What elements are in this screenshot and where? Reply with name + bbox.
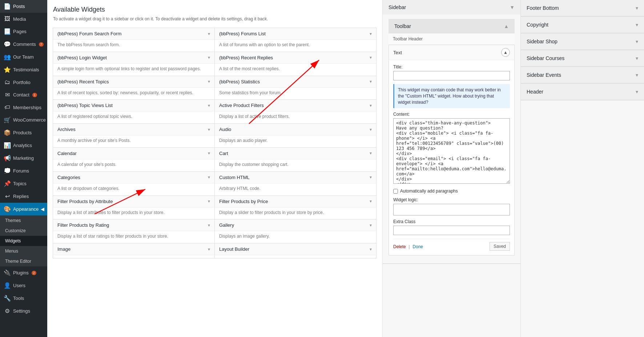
widget-header-w13[interactable]: Categories ▾ bbox=[53, 172, 214, 183]
widget-header-w19[interactable]: Image ▾ bbox=[53, 243, 214, 255]
nav-item-marketing[interactable]: 📢Marketing bbox=[0, 152, 47, 164]
right-area-header-sidebar-shop[interactable]: Sidebar Shop ▾ bbox=[521, 33, 644, 50]
widget-item-w17: Filter Products by Rating ▾ Display a li… bbox=[53, 219, 215, 243]
right-area-copyright: Copyright ▾ bbox=[521, 17, 644, 33]
widgets-panel: Available Widgets To activate a widget d… bbox=[47, 0, 382, 337]
widget-header-w17[interactable]: Filter Products by Rating ▾ bbox=[53, 219, 214, 231]
content-textarea[interactable] bbox=[393, 118, 510, 184]
done-link[interactable]: Done bbox=[412, 244, 423, 249]
widget-up-button[interactable]: ▲ bbox=[501, 48, 510, 57]
nav-item-forums[interactable]: 💭Forums bbox=[0, 164, 47, 177]
widget-title-w7: (bbPress) Topic Views List bbox=[57, 103, 113, 108]
nav-label: Testimonials bbox=[13, 67, 39, 72]
saved-button: Saved bbox=[490, 242, 510, 251]
widget-logic-input[interactable] bbox=[393, 204, 510, 215]
right-area-header-footer-bottom[interactable]: Footer Bottom ▾ bbox=[521, 0, 644, 16]
widget-chevron-w1: ▾ bbox=[208, 31, 210, 36]
nav-sub-themes[interactable]: Themes bbox=[0, 215, 47, 226]
widget-item-w5: (bbPress) Recent Topics ▾ A list of rece… bbox=[53, 76, 215, 100]
widget-header-w12[interactable]: Cart ▾ bbox=[215, 148, 376, 159]
widget-chevron-w2: ▾ bbox=[370, 31, 372, 36]
widget-item-w10: Audio ▾ Displays an audio player. bbox=[214, 123, 377, 148]
widget-header-w5[interactable]: (bbPress) Recent Topics ▾ bbox=[53, 76, 214, 88]
nav-item-contact[interactable]: ✉Contact1 bbox=[0, 88, 47, 101]
widget-header-w18[interactable]: Gallery ▾ bbox=[215, 219, 376, 231]
nav-label: Products bbox=[13, 130, 32, 135]
widget-title-w11: Calendar bbox=[57, 151, 77, 156]
widget-header-w16[interactable]: Filter Products by Price ▾ bbox=[215, 196, 376, 207]
nav-sub-widgets[interactable]: Widgets bbox=[0, 236, 47, 246]
widget-header-w4[interactable]: (bbPress) Recent Replies ▾ bbox=[215, 52, 376, 64]
products-icon: 📦 bbox=[4, 129, 11, 136]
widget-header-w15[interactable]: Filter Products by Attribute ▾ bbox=[53, 196, 214, 207]
widget-chevron-w12: ▾ bbox=[370, 151, 372, 156]
widget-chevron-w9: ▾ bbox=[208, 127, 210, 132]
right-area-header-copyright[interactable]: Copyright ▾ bbox=[521, 17, 644, 33]
nav-item-memberships[interactable]: 🏷Memberships bbox=[0, 101, 47, 114]
widget-title-w3: (bbPress) Login Widget bbox=[57, 55, 107, 60]
widget-header-w14[interactable]: Custom HTML ▾ bbox=[215, 172, 376, 183]
widget-item-w20: Layout Builder ▾ bbox=[214, 243, 377, 258]
nav-item-users[interactable]: 👤Users bbox=[0, 279, 47, 292]
nav-item-our-team[interactable]: 👥Our Team bbox=[0, 51, 47, 63]
right-area-label-sidebar-shop: Sidebar Shop bbox=[527, 39, 558, 44]
nav-item-woocommerce[interactable]: 🛒WooCommerce bbox=[0, 114, 47, 126]
right-area-header-header[interactable]: Header ▾ bbox=[521, 84, 644, 100]
posts-icon: 📄 bbox=[4, 3, 11, 10]
right-area-label-footer-bottom: Footer Bottom bbox=[527, 5, 559, 11]
title-input[interactable] bbox=[393, 71, 510, 80]
nav-item-topics[interactable]: 📌Topics bbox=[0, 177, 47, 190]
toolbar-area-header[interactable]: Toolbar ▲ bbox=[389, 19, 515, 33]
widget-header-w6[interactable]: (bbPress) Statistics ▾ bbox=[215, 76, 376, 88]
nav-label: Memberships bbox=[13, 105, 41, 110]
nav-item-analytics[interactable]: 📊Analytics bbox=[0, 139, 47, 152]
widget-header-w20[interactable]: Layout Builder ▾ bbox=[215, 243, 376, 255]
nav-item-replies[interactable]: ↩Replies bbox=[0, 190, 47, 203]
widget-title-w20: Layout Builder bbox=[219, 246, 249, 252]
text-widget-title: Text bbox=[393, 50, 402, 55]
nav-item-tools[interactable]: 🔧Tools bbox=[0, 292, 47, 305]
analytics-icon: 📊 bbox=[4, 142, 11, 149]
widget-item-w15: Filter Products by Attribute ▾ Display a… bbox=[53, 195, 215, 220]
nav-item-pages[interactable]: 📃Pages bbox=[0, 25, 47, 38]
replies-icon: ↩ bbox=[4, 193, 11, 200]
extra-class-input[interactable] bbox=[393, 226, 510, 235]
nav-label: Pages bbox=[13, 29, 27, 34]
text-widget-body: Title: This widget may contain code that… bbox=[389, 60, 514, 255]
widget-chevron-w20: ▾ bbox=[370, 247, 372, 252]
right-area-header-sidebar-events[interactable]: Sidebar Events ▾ bbox=[521, 67, 644, 83]
right-area-sidebar-shop: Sidebar Shop ▾ bbox=[521, 33, 644, 50]
nav-sub-menus[interactable]: Menus bbox=[0, 246, 47, 256]
widget-header-w9[interactable]: Archives ▾ bbox=[53, 124, 214, 135]
nav-item-testimonials[interactable]: ⭐Testimonials bbox=[0, 63, 47, 76]
nav-item-portfolio[interactable]: 🗂Portfolio bbox=[0, 76, 47, 88]
right-area-header-sidebar-courses[interactable]: Sidebar Courses ▾ bbox=[521, 50, 644, 67]
widget-header-w1[interactable]: (bbPress) Forum Search Form ▾ bbox=[53, 28, 214, 40]
widget-header-w10[interactable]: Audio ▾ bbox=[215, 124, 376, 135]
marketing-icon: 📢 bbox=[4, 155, 11, 162]
nav-item-products[interactable]: 📦Products bbox=[0, 126, 47, 139]
widget-header-w7[interactable]: (bbPress) Topic Views List ▾ bbox=[53, 100, 214, 111]
widget-header-w2[interactable]: (bbPress) Forums List ▾ bbox=[215, 28, 376, 40]
sidebar-area-header[interactable]: Sidebar ▼ bbox=[383, 0, 520, 15]
nav-item-comments[interactable]: 💬Comments7 bbox=[0, 38, 47, 51]
nav-item-media[interactable]: 🖼Media bbox=[0, 13, 47, 25]
widget-header-w11[interactable]: Calendar ▾ bbox=[53, 148, 214, 159]
auto-paragraphs-checkbox[interactable] bbox=[393, 189, 398, 194]
contact-icon: ✉ bbox=[4, 91, 11, 98]
nav-label: Contact bbox=[13, 92, 29, 98]
nav-sub-theme-editor[interactable]: Theme Editor bbox=[0, 256, 47, 266]
nav-item-settings[interactable]: ⚙Settings bbox=[0, 305, 47, 317]
nav-item-appearance[interactable]: 🎨 Appearance ◀ bbox=[0, 203, 47, 215]
widget-header-w3[interactable]: (bbPress) Login Widget ▾ bbox=[53, 52, 214, 64]
widget-desc-w13: A list or dropdown of categories. bbox=[53, 183, 214, 195]
right-area-chevron-copyright: ▾ bbox=[636, 22, 638, 28]
right-area-footer-bottom: Footer Bottom ▾ bbox=[521, 0, 644, 17]
widget-header-w8[interactable]: Active Product Filters ▾ bbox=[215, 100, 376, 111]
widget-item-w4: (bbPress) Recent Replies ▾ A list of the… bbox=[214, 52, 377, 76]
delete-link[interactable]: Delete bbox=[393, 244, 406, 249]
right-panel: Footer Bottom ▾ Copyright ▾ Sidebar Shop… bbox=[520, 0, 644, 337]
nav-item-posts[interactable]: 📄Posts bbox=[0, 0, 47, 13]
nav-item-plugins[interactable]: 🔌Plugins2 bbox=[0, 266, 47, 279]
nav-sub-customize[interactable]: Customize bbox=[0, 226, 47, 236]
